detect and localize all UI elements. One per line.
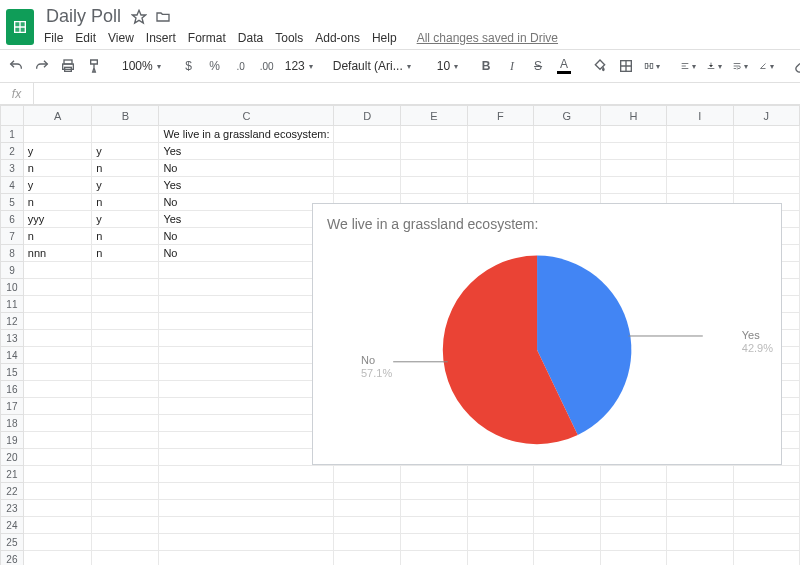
cell[interactable] (600, 551, 667, 566)
cell[interactable]: n (92, 228, 159, 245)
row-header[interactable]: 4 (1, 177, 24, 194)
cell[interactable] (534, 500, 601, 517)
cell[interactable]: n (92, 160, 159, 177)
cell[interactable] (667, 126, 733, 143)
number-format-select[interactable]: 123▾ (283, 55, 315, 77)
cell[interactable]: No (159, 228, 334, 245)
cell[interactable] (23, 432, 92, 449)
cell[interactable] (23, 262, 92, 279)
cell[interactable] (23, 279, 92, 296)
row-header[interactable]: 20 (1, 449, 24, 466)
column-header[interactable]: H (600, 106, 667, 126)
cell[interactable] (667, 143, 733, 160)
cell[interactable] (23, 466, 92, 483)
row-header[interactable]: 24 (1, 517, 24, 534)
cell[interactable] (334, 126, 401, 143)
cell[interactable] (92, 449, 159, 466)
row-header[interactable]: 11 (1, 296, 24, 313)
menu-view[interactable]: View (108, 31, 134, 45)
row-header[interactable]: 26 (1, 551, 24, 566)
cell[interactable] (534, 177, 601, 194)
cell[interactable] (334, 551, 401, 566)
strikethrough-button[interactable]: S (528, 54, 548, 78)
cell[interactable]: No (159, 194, 334, 211)
cell[interactable] (667, 517, 733, 534)
cell[interactable]: yyy (23, 211, 92, 228)
cell[interactable] (92, 364, 159, 381)
format-percent-button[interactable]: % (205, 54, 225, 78)
column-header[interactable]: D (334, 106, 401, 126)
cell[interactable] (92, 534, 159, 551)
column-header[interactable]: E (401, 106, 468, 126)
row-header[interactable]: 17 (1, 398, 24, 415)
cell[interactable] (334, 534, 401, 551)
cell[interactable] (23, 398, 92, 415)
row-header[interactable]: 21 (1, 466, 24, 483)
vertical-align-button[interactable]: ▾ (704, 54, 724, 78)
cell[interactable] (534, 551, 601, 566)
cell[interactable] (159, 262, 334, 279)
increase-decimal-button[interactable]: .00 (257, 54, 277, 78)
cell[interactable] (467, 534, 533, 551)
menu-edit[interactable]: Edit (75, 31, 96, 45)
cell[interactable] (600, 534, 667, 551)
row-header[interactable]: 15 (1, 364, 24, 381)
menu-file[interactable]: File (44, 31, 63, 45)
cell[interactable] (534, 517, 601, 534)
row-header[interactable]: 8 (1, 245, 24, 262)
cell[interactable] (467, 160, 533, 177)
cell[interactable] (159, 296, 334, 313)
cell[interactable] (467, 500, 533, 517)
cell[interactable] (159, 415, 334, 432)
cell[interactable] (23, 517, 92, 534)
cell[interactable] (733, 126, 799, 143)
cell[interactable] (159, 398, 334, 415)
cell[interactable] (733, 551, 799, 566)
cell[interactable] (92, 432, 159, 449)
cell[interactable] (600, 143, 667, 160)
cell[interactable] (23, 296, 92, 313)
row-header[interactable]: 23 (1, 500, 24, 517)
merge-cells-button[interactable]: ▾ (642, 54, 662, 78)
cell[interactable] (92, 330, 159, 347)
cell[interactable] (467, 517, 533, 534)
cell[interactable] (334, 160, 401, 177)
zoom-select[interactable]: 100%▾ (120, 55, 163, 77)
cell[interactable] (23, 534, 92, 551)
cell[interactable] (92, 347, 159, 364)
format-currency-button[interactable]: $ (179, 54, 199, 78)
row-header[interactable]: 7 (1, 228, 24, 245)
cell[interactable] (159, 313, 334, 330)
row-header[interactable]: 1 (1, 126, 24, 143)
cell[interactable] (334, 500, 401, 517)
cell[interactable] (23, 500, 92, 517)
cell[interactable] (401, 177, 468, 194)
cell[interactable] (600, 483, 667, 500)
cell[interactable] (667, 160, 733, 177)
cell[interactable] (600, 177, 667, 194)
cell[interactable] (600, 160, 667, 177)
borders-button[interactable] (616, 54, 636, 78)
cell[interactable]: n (23, 228, 92, 245)
cell[interactable] (401, 160, 468, 177)
column-header[interactable]: G (534, 106, 601, 126)
cell[interactable] (92, 483, 159, 500)
row-header[interactable]: 16 (1, 381, 24, 398)
cell[interactable] (534, 466, 601, 483)
menu-format[interactable]: Format (188, 31, 226, 45)
cell[interactable] (733, 483, 799, 500)
document-title[interactable]: Daily Poll (44, 4, 123, 29)
cell[interactable] (92, 517, 159, 534)
undo-icon[interactable] (6, 54, 26, 78)
cell[interactable] (159, 381, 334, 398)
cell[interactable]: n (92, 194, 159, 211)
cell[interactable] (334, 177, 401, 194)
cell[interactable] (733, 143, 799, 160)
save-status[interactable]: All changes saved in Drive (417, 31, 558, 45)
cell[interactable] (23, 313, 92, 330)
cell[interactable] (159, 279, 334, 296)
cell[interactable] (534, 483, 601, 500)
cell[interactable] (667, 466, 733, 483)
cell[interactable] (733, 466, 799, 483)
cell[interactable] (667, 551, 733, 566)
